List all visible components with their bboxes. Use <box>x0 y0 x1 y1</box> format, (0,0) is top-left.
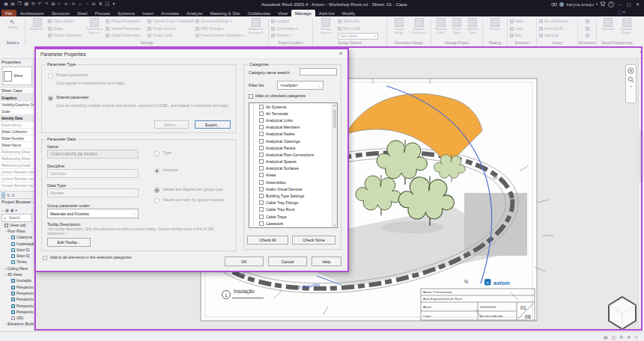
type-selector[interactable]: Sheet <box>2 67 32 85</box>
ribbon-big-button[interactable]: Create Study <box>389 18 408 40</box>
category-checkbox[interactable] <box>259 173 264 177</box>
tree-item[interactable]: Setor 01 <box>0 247 34 253</box>
category-checkbox[interactable] <box>259 180 264 185</box>
tree-item[interactable]: Implantação <box>0 241 34 247</box>
categories-scrollbar[interactable]: ▲ ▼ <box>332 103 337 227</box>
hide-unchecked-checkbox[interactable] <box>249 94 253 99</box>
new-icon[interactable]: ▤ <box>10 1 16 7</box>
category-row[interactable]: Air Systems <box>249 103 332 110</box>
category-checkbox[interactable] <box>259 139 264 144</box>
sort-desc-icon[interactable]: ⇅ <box>11 193 14 197</box>
aligned-per-group-radio[interactable] <box>154 188 160 193</box>
export-button[interactable]: Export... <box>195 120 231 129</box>
ribbon-item[interactable]: Warnings <box>539 32 575 40</box>
properties-row[interactable]: Graphics <box>0 95 34 102</box>
sort-default-icon[interactable]: ≡ <box>1 192 5 198</box>
select-button[interactable]: Select... <box>154 120 189 129</box>
scrollbar-thumb[interactable] <box>640 130 643 182</box>
discipline-dropdown[interactable]: Common⌄ <box>47 169 139 178</box>
ribbon-item[interactable]: Object Styles <box>48 18 82 25</box>
tab-analyze[interactable]: Analyze <box>183 10 206 16</box>
category-checkbox[interactable] <box>259 166 264 170</box>
properties-row[interactable]: Current Revision Issued By <box>0 176 34 182</box>
ribbon-item[interactable]: Load <box>510 25 534 33</box>
app-menu-icon[interactable]: ▣ <box>3 1 9 7</box>
properties-row[interactable]: Sheet Name <box>0 142 34 149</box>
ribbon-big-button[interactable]: Phases <box>485 18 505 40</box>
properties-row[interactable]: Dependency <box>0 122 34 129</box>
properties-row[interactable]: Current Revision Issued <box>0 169 34 176</box>
ribbon-big-button[interactable]: Decal Types <box>449 18 464 40</box>
dialog-close-icon[interactable]: ✕ <box>339 51 343 57</box>
ribbon-item[interactable]: Edit <box>510 32 534 40</box>
category-checkbox[interactable] <box>259 194 264 198</box>
category-row[interactable]: Analytical Links <box>249 117 332 123</box>
add-to-all-checkbox[interactable] <box>43 256 47 260</box>
tab-massing-site[interactable]: Massing & Site <box>206 10 243 16</box>
worksets-icon[interactable]: ▤ <box>604 334 608 340</box>
ribbon-item[interactable]: Add to Set <box>338 18 381 25</box>
scroll-down-icon[interactable]: ▼ <box>332 224 337 227</box>
ribbon-item[interactable]: Project Parameters <box>106 18 146 25</box>
category-row[interactable]: Assemblies <box>249 179 332 185</box>
properties-row[interactable]: Current Revision Issued Date <box>0 182 34 189</box>
browser-menu-icon[interactable]: ▾ <box>16 208 18 212</box>
materials-button[interactable]: Materials <box>28 18 46 40</box>
viewtab-overflow-icon[interactable]: ▾ <box>640 49 642 54</box>
category-checkbox[interactable] <box>259 146 264 150</box>
browser-view1-icon[interactable]: ▦ <box>5 208 9 212</box>
tab-insert[interactable]: Insert <box>139 10 157 16</box>
save-icon[interactable]: ▦ <box>23 1 29 7</box>
tab-architecture[interactable]: Architecture <box>16 10 48 16</box>
qat-customize-icon[interactable]: ▾ <box>111 1 117 7</box>
ribbon-big-button[interactable]: Explore Outcomes <box>410 18 428 40</box>
tree-item[interactable]: Setor 02 <box>0 253 34 259</box>
generative-design-group-label[interactable]: Generative Design <box>388 40 430 46</box>
selection-filter-icon[interactable]: ▽ <box>634 334 638 340</box>
section-icon[interactable]: ⊟ <box>91 1 97 7</box>
category-search-input[interactable] <box>300 68 337 76</box>
thin-lines-icon[interactable]: ≣ <box>97 1 103 7</box>
text-icon[interactable]: A <box>70 1 76 7</box>
check-none-button[interactable]: Check None <box>292 236 335 245</box>
design-options-button[interactable]: Design Options <box>315 18 336 40</box>
shared-parameter-radio[interactable] <box>48 96 53 101</box>
ribbon-item[interactable]: Position ▾ <box>271 32 310 40</box>
user-menu-chevron-icon[interactable]: ▾ <box>596 2 598 6</box>
properties-row[interactable]: Referencing Sheet <box>0 149 34 156</box>
category-row[interactable]: Building Type Settings <box>249 192 332 199</box>
tree-item[interactable]: Insolação <box>0 278 34 284</box>
category-checkbox[interactable] <box>259 105 264 109</box>
design-options-group-label[interactable]: Design Options <box>314 40 386 46</box>
tree-item[interactable]: Perspectiva Seccionada 02 <box>0 309 34 315</box>
properties-row[interactable]: Sheet Number <box>0 135 34 142</box>
ribbon-item[interactable]: Structural Settings ▾ <box>195 18 244 25</box>
category-checkbox[interactable] <box>259 132 264 136</box>
category-row[interactable]: Cable Trays <box>249 213 332 220</box>
ribbon-big-button[interactable]: Starting View <box>466 18 480 40</box>
switch-windows-icon[interactable]: ❏ <box>104 1 110 7</box>
ribbon-item[interactable]: Purge Unused <box>148 25 194 33</box>
tree-item[interactable]: Perspectiva Externa <box>0 290 34 296</box>
extensions-item[interactable] <box>586 32 589 40</box>
selection-group-label[interactable]: Selection <box>508 40 535 46</box>
ribbon-item[interactable]: Project Information <box>48 32 82 40</box>
category-row[interactable]: Audio Visual Devices <box>249 185 332 192</box>
category-checkbox[interactable] <box>259 118 264 123</box>
ribbon-item[interactable]: Coordinates ▾ <box>271 25 310 33</box>
category-row[interactable]: Areas <box>249 172 332 179</box>
ribbon-big-button[interactable]: Manage Links <box>434 18 448 40</box>
ribbon-item[interactable]: Shared Parameters <box>106 25 146 33</box>
restore-button[interactable]: ▢ <box>625 1 632 7</box>
tree-item[interactable]: +Ceiling Plans <box>0 265 34 271</box>
tree-item[interactable]: −Elevations (Building Elevation) <box>0 322 34 328</box>
undo-icon[interactable]: ↶ <box>37 1 43 7</box>
sun-settings-icon[interactable]: ◔ <box>84 1 90 7</box>
settings-group-label[interactable]: Settings <box>26 40 267 46</box>
design-options-icon[interactable]: ◫ <box>612 334 616 340</box>
group-under-dropdown[interactable]: Materials and Finishes⌄ <box>47 209 139 218</box>
redo-icon[interactable]: ↷ <box>43 1 49 7</box>
search-help-icon[interactable] <box>551 2 557 7</box>
extensions-group-label[interactable]: Extensions <box>579 40 595 46</box>
additional-settings-button[interactable]: Additional Settings ▾ <box>246 18 266 40</box>
